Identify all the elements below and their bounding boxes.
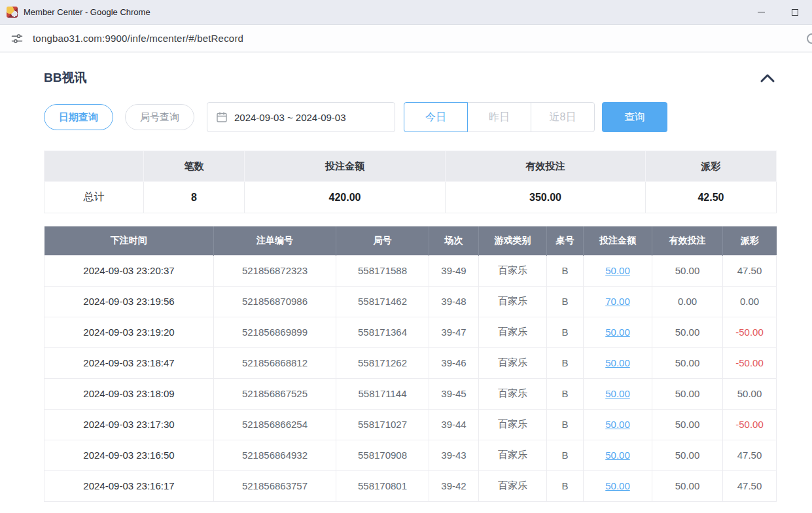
- maximize-button[interactable]: [778, 0, 812, 25]
- browser-action-icon[interactable]: [807, 33, 812, 44]
- bet-amount-link[interactable]: 50.00: [605, 357, 630, 368]
- game-type: 百家乐: [479, 409, 547, 440]
- payout: 47.50: [723, 470, 777, 501]
- payout: -50.00: [723, 409, 777, 440]
- session-number: 39-48: [429, 286, 479, 317]
- site-settings-icon[interactable]: [10, 32, 24, 45]
- last-8-days-button[interactable]: 近8日: [531, 102, 595, 132]
- date-query-tab[interactable]: 日期查询: [44, 104, 113, 130]
- filter-row: 日期查询 局号查询 2024-09-03 ~ 2024-09-03 今日 昨日 …: [44, 102, 776, 132]
- game-type: 百家乐: [479, 440, 547, 470]
- table-number: B: [547, 286, 584, 317]
- session-number: 39-49: [429, 255, 479, 286]
- round-number: 558171262: [336, 347, 429, 378]
- summary-value: 350.00: [446, 182, 646, 213]
- bet-id: 521856869899: [214, 317, 336, 347]
- payout: 47.50: [723, 440, 777, 470]
- column-header: 投注金额: [584, 226, 652, 255]
- game-type: 百家乐: [479, 378, 547, 409]
- bet-amount-cell: 50.00: [584, 378, 652, 409]
- summary-table: 笔数投注金额有效投注派彩 总计8420.00350.0042.50: [44, 150, 777, 213]
- bet-records-table: 下注时间注单编号局号场次游戏类别桌号投注金额有效投注派彩 2024-09-03 …: [44, 226, 777, 502]
- valid-bet: 50.00: [652, 470, 723, 501]
- quick-date-group: 今日 昨日 近8日: [404, 102, 595, 132]
- minimize-button[interactable]: [744, 0, 778, 25]
- bet-amount-link[interactable]: 50.00: [605, 327, 630, 338]
- bet-amount-cell: 50.00: [584, 440, 652, 470]
- bet-amount-link[interactable]: 50.00: [605, 388, 630, 399]
- bet-amount-link[interactable]: 50.00: [605, 480, 630, 491]
- summary-column-header: 有效投注: [446, 151, 646, 182]
- bet-amount-link[interactable]: 50.00: [605, 419, 630, 430]
- valid-bet: 0.00: [652, 286, 723, 317]
- round-number: 558171364: [336, 317, 429, 347]
- bet-time: 2024-09-03 23:18:09: [44, 378, 214, 409]
- browser-window: Member Center - Google Chrome tongbao31.…: [0, 0, 812, 513]
- table-row: 2024-09-03 23:17:30521856866254558171027…: [44, 409, 777, 440]
- bet-time: 2024-09-03 23:19:20: [44, 317, 214, 347]
- session-number: 39-43: [429, 440, 479, 470]
- session-number: 39-45: [429, 378, 479, 409]
- valid-bet: 50.00: [652, 409, 723, 440]
- summary-value: 8: [144, 182, 245, 213]
- page-title: BB视讯: [44, 69, 86, 86]
- app-icon: [7, 7, 18, 18]
- table-row: 2024-09-03 23:19:56521856870986558171462…: [44, 286, 777, 317]
- round-query-tab[interactable]: 局号查询: [125, 104, 194, 130]
- column-header: 下注时间: [44, 226, 214, 255]
- summary-column-header: 派彩: [646, 151, 777, 182]
- summary-body-row: 总计8420.00350.0042.50: [44, 182, 777, 213]
- minimize-icon: [758, 12, 765, 12]
- search-button[interactable]: 查询: [602, 102, 667, 132]
- session-number: 39-47: [429, 317, 479, 347]
- column-header: 局号: [336, 226, 429, 255]
- column-header: 有效投注: [652, 226, 723, 255]
- window-titlebar: Member Center - Google Chrome: [0, 0, 812, 25]
- round-number: 558171462: [336, 286, 429, 317]
- valid-bet: 50.00: [652, 440, 723, 470]
- window-controls: [744, 0, 812, 25]
- maximize-icon: [792, 9, 798, 16]
- bet-amount-link[interactable]: 70.00: [605, 296, 630, 307]
- table-row: 2024-09-03 23:16:50521856864932558170908…: [44, 440, 777, 470]
- game-type: 百家乐: [479, 347, 547, 378]
- page-header: BB视讯: [44, 69, 776, 86]
- bet-id: 521856867525: [214, 378, 336, 409]
- round-number: 558171027: [336, 409, 429, 440]
- table-number: B: [547, 409, 584, 440]
- table-number: B: [547, 317, 584, 347]
- url-text[interactable]: tongbao31.com:9900/infe/mcenter/#/betRec…: [33, 33, 803, 44]
- date-range-input[interactable]: 2024-09-03 ~ 2024-09-03: [207, 102, 395, 132]
- table-row: 2024-09-03 23:18:47521856868812558171262…: [44, 347, 777, 378]
- table-number: B: [547, 255, 584, 286]
- date-range-value: 2024-09-03 ~ 2024-09-03: [234, 112, 346, 123]
- bet-time: 2024-09-03 23:20:37: [44, 255, 214, 286]
- browser-url-bar: tongbao31.com:9900/infe/mcenter/#/betRec…: [0, 25, 812, 52]
- bet-amount-link[interactable]: 50.00: [605, 450, 630, 461]
- bet-id: 521856872323: [214, 255, 336, 286]
- bet-amount-link[interactable]: 50.00: [605, 265, 630, 276]
- session-number: 39-42: [429, 470, 479, 501]
- valid-bet: 50.00: [652, 317, 723, 347]
- today-button[interactable]: 今日: [404, 102, 468, 132]
- table-row: 2024-09-03 23:20:37521856872323558171588…: [44, 255, 777, 286]
- bet-id: 521856870986: [214, 286, 336, 317]
- table-row: 2024-09-03 23:16:17521856863757558170801…: [44, 470, 777, 501]
- collapse-button[interactable]: [759, 71, 776, 84]
- bet-amount-cell: 50.00: [584, 409, 652, 440]
- payout: -50.00: [723, 347, 777, 378]
- yesterday-button[interactable]: 昨日: [467, 102, 531, 132]
- round-number: 558170801: [336, 470, 429, 501]
- valid-bet: 50.00: [652, 378, 723, 409]
- column-header: 桌号: [547, 226, 584, 255]
- summary-column-header: [44, 151, 144, 182]
- summary-value: 42.50: [646, 182, 777, 213]
- window-title: Member Center - Google Chrome: [24, 7, 744, 17]
- valid-bet: 50.00: [652, 255, 723, 286]
- table-number: B: [547, 378, 584, 409]
- table-row: 2024-09-03 23:18:09521856867525558171144…: [44, 378, 777, 409]
- bet-time: 2024-09-03 23:16:50: [44, 440, 214, 470]
- payout: 0.00: [723, 286, 777, 317]
- column-header: 派彩: [723, 226, 777, 255]
- payout: 50.00: [723, 378, 777, 409]
